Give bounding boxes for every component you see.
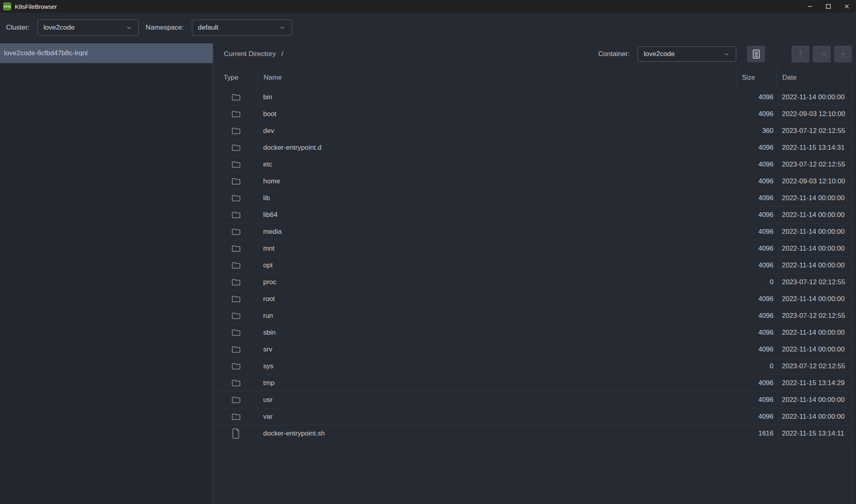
- file-table-row[interactable]: srv 4096 2022-11-14 00:00:00: [213, 341, 856, 358]
- folder-icon: [231, 210, 241, 220]
- row-type-cell: [213, 143, 258, 153]
- row-name: sbin: [258, 329, 737, 337]
- folder-icon: [231, 311, 241, 321]
- row-type-cell: [213, 126, 258, 136]
- file-table-row[interactable]: tmp 4096 2022-11-15 13:14:29: [213, 375, 856, 392]
- row-size: 0: [737, 278, 777, 286]
- file-table-row[interactable]: media 4096 2022-11-14 00:00:00: [213, 223, 856, 240]
- current-directory-label: Current Directory: [224, 50, 276, 58]
- row-name: srv: [258, 345, 737, 353]
- column-header-type[interactable]: Type: [213, 66, 258, 89]
- file-table-row[interactable]: boot 4096 2022-09-03 12:10:00: [213, 106, 856, 122]
- close-button[interactable]: [838, 0, 856, 13]
- file-table-row[interactable]: mnt 4096 2022-11-14 00:00:00: [213, 240, 856, 257]
- row-size: 4096: [737, 144, 777, 152]
- go-forward-button[interactable]: [813, 46, 831, 62]
- file-view-button[interactable]: [747, 46, 765, 62]
- row-size: 4096: [737, 228, 777, 236]
- file-table-row[interactable]: opt 4096 2022-11-14 00:00:00: [213, 257, 856, 274]
- row-date: 2023-07-12 02:12:55: [777, 362, 856, 370]
- file-table-row[interactable]: docker-entrypoint.sh 1616 2022-11-15 13:…: [213, 425, 856, 442]
- container-select[interactable]: love2code: [638, 46, 736, 62]
- file-table-row[interactable]: sbin 4096 2022-11-14 00:00:00: [213, 324, 856, 341]
- file-table-row[interactable]: lib64 4096 2022-11-14 00:00:00: [213, 207, 856, 223]
- file-table-row[interactable]: root 4096 2022-11-14 00:00:00: [213, 291, 856, 307]
- row-date: 2022-11-14 00:00:00: [777, 93, 856, 101]
- chevron-down-icon: [723, 50, 730, 58]
- column-header-name[interactable]: Name: [258, 66, 737, 89]
- scrollbar-track[interactable]: [853, 66, 856, 504]
- column-header-size[interactable]: Size: [737, 66, 777, 89]
- row-name: mnt: [258, 245, 737, 253]
- row-type-cell: [213, 328, 258, 337]
- namespace-select-value: default: [198, 24, 218, 32]
- folder-icon: [231, 143, 241, 153]
- file-browser-header: Current Directory / Container: love2code: [213, 42, 856, 66]
- folder-icon: [231, 109, 241, 119]
- row-name: lib: [258, 194, 737, 202]
- row-type-cell: [213, 92, 258, 102]
- file-table-row[interactable]: home 4096 2022-09-03 12:10:00: [213, 173, 856, 190]
- go-up-button[interactable]: [792, 46, 810, 62]
- row-date: 2022-09-03 12:10:00: [777, 110, 856, 118]
- row-date: 2022-11-15 13:14:31: [777, 144, 856, 152]
- row-name: opt: [258, 261, 737, 269]
- app-icon: KFB: [3, 2, 11, 10]
- download-button[interactable]: [834, 46, 852, 62]
- file-table-row[interactable]: proc 0 2023-07-12 02:12:55: [213, 274, 856, 291]
- namespace-select[interactable]: default: [192, 20, 292, 36]
- current-directory-path: /: [281, 50, 283, 58]
- row-size: 1616: [737, 430, 777, 438]
- chevron-down-icon: [125, 24, 133, 31]
- row-name: proc: [258, 278, 737, 286]
- file-table-row[interactable]: var 4096 2022-11-14 00:00:00: [213, 408, 856, 425]
- folder-icon: [231, 261, 241, 270]
- row-size: 4096: [737, 329, 777, 337]
- row-name: root: [258, 295, 737, 303]
- row-date: 2022-11-14 00:00:00: [777, 245, 856, 253]
- file-browser-panel: Current Directory / Container: love2code: [213, 42, 856, 504]
- row-name: run: [258, 312, 737, 320]
- file-table-row[interactable]: dev 360 2023-07-12 02:12:55: [213, 122, 856, 139]
- chevron-down-icon: [279, 24, 286, 31]
- row-type-cell: [213, 311, 258, 321]
- cluster-select[interactable]: love2code: [38, 20, 139, 36]
- file-table-row[interactable]: usr 4096 2022-11-14 00:00:00: [213, 392, 856, 408]
- folder-icon: [231, 395, 241, 405]
- folder-icon: [231, 193, 241, 203]
- row-name: dev: [258, 127, 737, 135]
- file-table-row[interactable]: etc 4096 2023-07-12 02:12:55: [213, 156, 856, 173]
- row-date: 2022-11-15 13:14:29: [777, 379, 856, 387]
- file-table-header: Type Name Size Date: [213, 66, 856, 89]
- row-name: media: [258, 228, 737, 236]
- folder-icon: [231, 412, 241, 422]
- file-table-row[interactable]: run 4096 2023-07-12 02:12:55: [213, 307, 856, 324]
- titlebar: KFB K8sFileBrowser: [0, 0, 856, 13]
- column-header-date[interactable]: Date: [777, 66, 856, 89]
- file-table-row[interactable]: sys 0 2023-07-12 02:12:55: [213, 358, 856, 375]
- file-table-body: bin 4096 2022-11-14 00:00:00 boot 4096 2…: [213, 89, 856, 504]
- row-date: 2022-11-14 00:00:00: [777, 211, 856, 219]
- folder-icon: [231, 160, 241, 169]
- folder-icon: [231, 177, 241, 186]
- pod-list-item[interactable]: love2code-6cfbd47b8c-lrqnl: [0, 43, 213, 63]
- row-type-cell: [213, 395, 258, 405]
- row-name: docker-entrypoint.d: [258, 144, 737, 152]
- row-size: 4096: [737, 345, 777, 353]
- minimize-button[interactable]: [801, 0, 819, 13]
- file-table-row[interactable]: lib 4096 2022-11-14 00:00:00: [213, 190, 856, 207]
- row-type-cell: [213, 428, 258, 439]
- folder-icon: [231, 277, 241, 287]
- row-type-cell: [213, 361, 258, 371]
- file-table-row[interactable]: bin 4096 2022-11-14 00:00:00: [213, 89, 856, 106]
- row-size: 4096: [737, 161, 777, 169]
- cluster-select-value: love2code: [44, 24, 75, 32]
- cluster-label: Cluster:: [6, 24, 30, 32]
- row-type-cell: [213, 193, 258, 203]
- row-date: 2022-11-14 00:00:00: [777, 413, 856, 421]
- row-name: home: [258, 177, 737, 185]
- content: love2code-6cfbd47b8c-lrqnl Current Direc…: [0, 42, 856, 504]
- file-table-row[interactable]: docker-entrypoint.d 4096 2022-11-15 13:1…: [213, 139, 856, 156]
- row-size: 4096: [737, 261, 777, 269]
- maximize-button[interactable]: [819, 0, 838, 13]
